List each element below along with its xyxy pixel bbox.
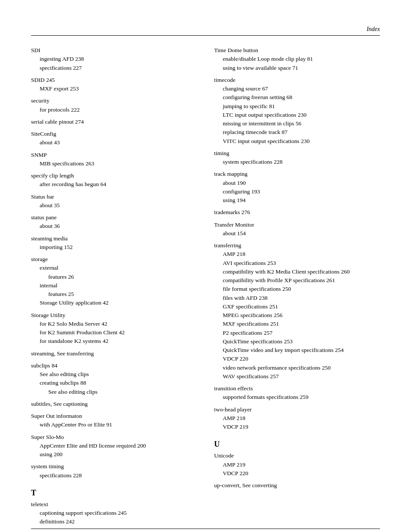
index-entry-label: AMP 218	[223, 415, 245, 421]
index-entry-label: replacing timecode track 87	[223, 129, 287, 135]
list-item: AppCenter Elite and HD license required …	[31, 442, 197, 450]
index-entry-label: compatibility with Profile XP specificat…	[223, 277, 335, 283]
list-item: up-convert, See converting	[214, 481, 380, 490]
list-item: QuickTime video and key import specifica…	[214, 346, 380, 355]
index-entry-label: file format specifications 250	[223, 286, 291, 292]
list-item: SNMPMIB specifications 263	[31, 151, 197, 168]
index-entry-label: using 194	[223, 197, 246, 203]
index-entry-label: configuring 193	[223, 188, 260, 195]
index-entry-label: Status bar	[31, 193, 54, 200]
list-item: for protocols 222	[31, 106, 197, 114]
list-item: file format specifications 250	[214, 285, 380, 293]
index-entry-label: changing source 67	[223, 85, 268, 92]
list-item: See also editing clips	[31, 370, 197, 379]
index-entry-label: Storage Utility	[31, 312, 65, 318]
list-item: features 26	[31, 273, 197, 281]
list-item: missing or intermittent in clips 56	[214, 119, 380, 128]
index-entry-label: AMP 218	[223, 251, 245, 257]
list-item: status paneabout 36	[31, 213, 197, 231]
list-item: features 25	[31, 290, 197, 299]
index-entry-label: jumping to specific 81	[223, 103, 275, 109]
index-entry-label: configuring freerun setting 68	[223, 94, 293, 100]
list-item: transition effectssupported formats spec…	[214, 384, 380, 402]
index-entry-label: Storage Utility application 42	[40, 299, 109, 306]
index-entry-label: steaming media	[31, 235, 68, 242]
list-item: about 36	[31, 222, 197, 230]
index-entry-label: QuickTime specifications 253	[223, 338, 293, 345]
list-item: AMP 218	[214, 250, 380, 258]
index-entry-label: See also editing clips	[48, 389, 97, 395]
index-entry-label: internal	[40, 282, 57, 289]
list-item: transferringAMP 218AVI specifications 25…	[214, 241, 380, 381]
list-item: serial cable pinout 274	[31, 118, 197, 126]
list-item: SDIingesting AFD 238specifications 227	[31, 46, 197, 72]
section-letter: T	[31, 488, 197, 498]
list-item: external	[31, 264, 197, 272]
section-letter: U	[214, 440, 380, 449]
list-item: specifications 228	[31, 471, 197, 480]
index-entry-label: serial cable pinout 274	[31, 118, 84, 125]
index-entry-label: track mapping	[214, 171, 248, 177]
list-item: P2 specifications 257	[214, 329, 380, 337]
list-item: supported formats specifications 259	[214, 393, 380, 401]
list-item: VDCP 220	[214, 355, 380, 363]
list-item: importing 152	[31, 243, 197, 252]
index-entry-label: storage	[31, 256, 48, 262]
list-item: WAV specifications 257	[214, 372, 380, 381]
list-item: using 194	[214, 196, 380, 205]
index-entry-label: files with AFD 238	[223, 295, 268, 301]
list-item: MXF export 253	[31, 84, 197, 93]
list-item: about 35	[31, 201, 197, 210]
index-entry-label: with AppCenter Pro or Elite 91	[40, 421, 112, 428]
index-entry-label: MPEG specifications 256	[223, 312, 283, 318]
list-item: UnicodeAMP 219VDCP 220	[214, 451, 380, 478]
index-entry-label: teletext	[31, 501, 48, 507]
list-item: ingesting AFD 238	[31, 55, 197, 63]
index-entry-label: after recording has begun 64	[40, 181, 106, 187]
index-entry-label: supported formats specifications 259	[223, 394, 308, 400]
index-entry-label: ingesting AFD 238	[40, 56, 84, 62]
index-entry-label: definitions 242	[40, 518, 75, 525]
list-item: for K2 Solo Media Server 42	[31, 320, 197, 328]
list-item: with AppCenter Pro or Elite 91	[31, 420, 197, 429]
header-title: Index	[367, 26, 380, 33]
index-entry-label: AVI specifications 253	[223, 260, 276, 266]
list-item: for K2 Summit Production Client 42	[31, 328, 197, 337]
index-entry-label: timing	[214, 150, 229, 156]
index-entry-label: subclips 84	[31, 362, 57, 369]
index-entry-label: for standalone K2 systems 42	[40, 338, 109, 344]
index-entry-label: SDID 245	[31, 77, 55, 83]
list-item: enable/disable Loop mode clip play 81	[214, 55, 380, 63]
list-item: timecodechanging source 67configuring fr…	[214, 76, 380, 146]
list-item: streaming, See transferring	[31, 349, 197, 358]
index-entry-label: about 154	[223, 230, 246, 236]
index-entry-label: VDCP 220	[223, 470, 248, 476]
list-item: LTC input output specifications 230	[214, 111, 380, 119]
list-item: about 190	[214, 179, 380, 187]
index-entry-label: transition effects	[214, 385, 253, 392]
index-entry-label: video network performance specifications…	[223, 364, 330, 371]
index-entry-label: features 25	[48, 291, 74, 297]
index-entry-label: for K2 Solo Media Server 42	[40, 320, 107, 327]
index-entry-label: trademarks 276	[214, 209, 250, 215]
index-entry-label: See also editing clips	[40, 371, 89, 377]
list-item: GXF specifications 251	[214, 302, 380, 311]
index-entry-label: streaming, See transferring	[31, 350, 94, 357]
index-entry-label: AppCenter Elite and HD license required …	[40, 442, 146, 449]
index-entry-label: for K2 Summit Production Client 42	[40, 329, 125, 336]
list-item: system timingspecifications 228	[31, 462, 197, 480]
list-item: specify clip lengthafter recording has b…	[31, 171, 197, 189]
list-item: securityfor protocols 222	[31, 96, 197, 114]
list-item: about 154	[214, 229, 380, 238]
index-entry-label: features 26	[48, 274, 74, 280]
list-item: SiteConfigabout 43	[31, 130, 197, 147]
index-entry-label: external	[40, 264, 58, 271]
index-entry-label: Transfer Monitor	[214, 221, 254, 228]
list-item: MPEG specifications 256	[214, 311, 380, 320]
index-entry-label: MXF specifications 251	[223, 320, 279, 327]
index-entry-label: Super Out informaton	[31, 413, 82, 419]
list-item: Storage Utilityfor K2 Solo Media Server …	[31, 311, 197, 346]
list-item: specifications 227	[31, 64, 197, 72]
right-column: Time Dome buttonenable/disable Loop mode…	[214, 46, 380, 530]
list-item: two-head playerAMP 218VDCP 219	[214, 405, 380, 432]
